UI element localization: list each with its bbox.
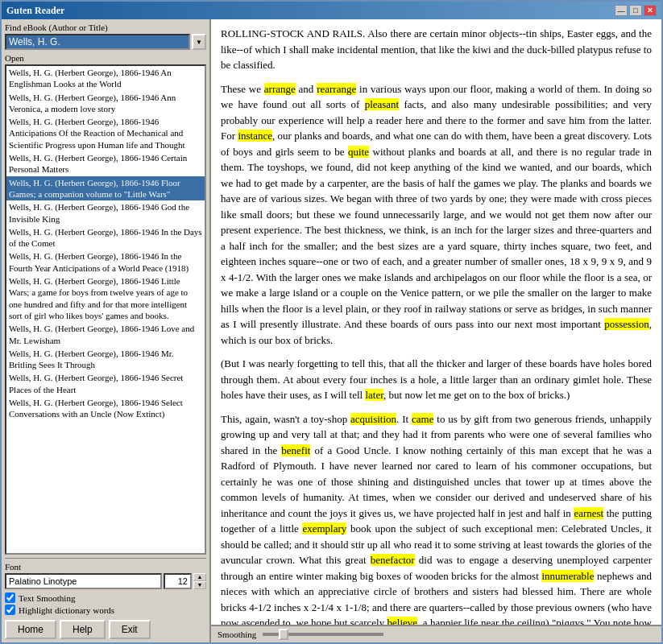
highlighted-word: came [412,413,433,425]
highlighted-word: benefit [281,444,310,456]
book-item[interactable]: Wells, H. G. (Herbert George), 1866-1946… [6,200,205,225]
smoothing-bar: Smoothing [211,625,661,642]
smoothing-label: Smoothing [218,630,256,639]
highlighted-word: believe [387,617,418,625]
book-item[interactable]: Wells, H. G. (Herbert George), 1866-1946… [6,115,205,151]
book-item[interactable]: Wells, H. G. (Herbert George), 1866-1946… [6,151,205,176]
font-size-down[interactable]: ▼ [193,581,206,589]
book-item[interactable]: Wells, H. G. (Herbert George), 1866-1946… [6,275,205,322]
highlighted-word: earnest [574,507,603,519]
titlebar: Guten Reader — □ ✕ [2,2,661,19]
book-item[interactable]: Wells, H. G. (Herbert George), 1866-1946… [6,396,205,421]
book-item[interactable]: Wells, H. G. (Herbert George), 1866-1946… [6,91,205,116]
font-size-up[interactable]: ▲ [193,573,206,581]
search-row: ▼ [5,34,206,50]
text-paragraph: This, again, wasn't a toy-shop acquisiti… [221,411,652,625]
smoothing-track[interactable] [263,633,383,636]
open-label: Open [5,53,206,63]
minimize-button[interactable]: — [615,5,628,16]
highlighted-word: innumerable [541,570,594,582]
highlighted-word: exemplary [302,522,346,535]
text-paragraph: These we arrange and rearrange in variou… [221,81,652,349]
font-size-spinner: ▲ ▼ [193,573,206,589]
text-paragraph: ROLLING-STOCK AND RAILS. Also there are … [221,26,652,73]
close-button[interactable]: ✕ [644,5,657,16]
book-list[interactable]: Wells, H. G. (Herbert George), 1866-1946… [5,64,206,555]
home-button[interactable]: Home [5,620,56,639]
titlebar-buttons: — □ ✕ [615,5,657,16]
font-row: ▲ ▼ [5,573,206,589]
search-label: Find eBook (Author or Title) [5,23,206,32]
text-smoothing-row: Text Smoothing [5,592,206,603]
search-input[interactable] [5,34,190,50]
book-item[interactable]: Wells, H. G. (Herbert George), 1866-1946… [6,225,205,250]
book-item[interactable]: Wells, H. G. (Herbert George), 1866-1946… [6,371,205,396]
highlighted-word: later [365,389,383,401]
book-item[interactable]: Wells, H. G. (Herbert George), 1866-1946… [6,347,205,372]
window-title: Guten Reader [6,5,64,17]
book-item[interactable]: Wells, H. G. (Herbert George), 1866-1946… [6,322,205,347]
highlighted-word: arrange [264,83,296,95]
text-smoothing-checkbox[interactable] [5,592,15,603]
highlighted-word: acquisition [350,413,396,425]
search-dropdown-arrow[interactable]: ▼ [192,34,206,50]
text-smoothing-label: Text Smoothing [19,593,75,603]
bottom-buttons: Home Help Exit [5,617,206,639]
font-label: Font [5,562,206,572]
highlighted-word: pleasant [365,98,400,110]
highlighted-word: instance [238,130,272,142]
highlighted-word: benefactor [371,554,415,566]
highlighted-word: quite [348,146,369,158]
book-item[interactable]: Wells, H. G. (Herbert George), 1866-1946… [6,66,205,91]
maximize-button[interactable]: □ [629,5,642,16]
text-content[interactable]: ROLLING-STOCK AND RAILS. Also there are … [211,19,661,625]
font-name-input[interactable] [5,573,162,589]
font-section: Font ▲ ▼ Text Smoothing Highlight dictio… [5,558,206,617]
text-paragraph: (But I was nearly forgetting to tell thi… [221,356,652,403]
help-button[interactable]: Help [60,620,106,639]
highlighted-word: possession [604,318,649,330]
highlight-label: Highlight dictionary words [19,605,114,615]
book-item[interactable]: Wells, H. G. (Herbert George), 1866-1946… [6,176,205,201]
highlight-row: Highlight dictionary words [5,605,206,615]
left-panel: Find eBook (Author or Title) ▼ Open Well… [2,19,211,642]
right-panel: ROLLING-STOCK AND RAILS. Also there are … [211,19,661,642]
highlight-checkbox[interactable] [5,605,15,615]
exit-button[interactable]: Exit [109,620,151,639]
book-item[interactable]: Wells, H. G. (Herbert George), 1866-1946… [6,250,205,275]
smoothing-thumb[interactable] [279,629,288,640]
font-size-input[interactable] [164,573,192,589]
main-window: Guten Reader — □ ✕ Find eBook (Author or… [0,0,663,644]
highlighted-word: rearrange [317,83,356,95]
main-content: Find eBook (Author or Title) ▼ Open Well… [2,19,661,642]
